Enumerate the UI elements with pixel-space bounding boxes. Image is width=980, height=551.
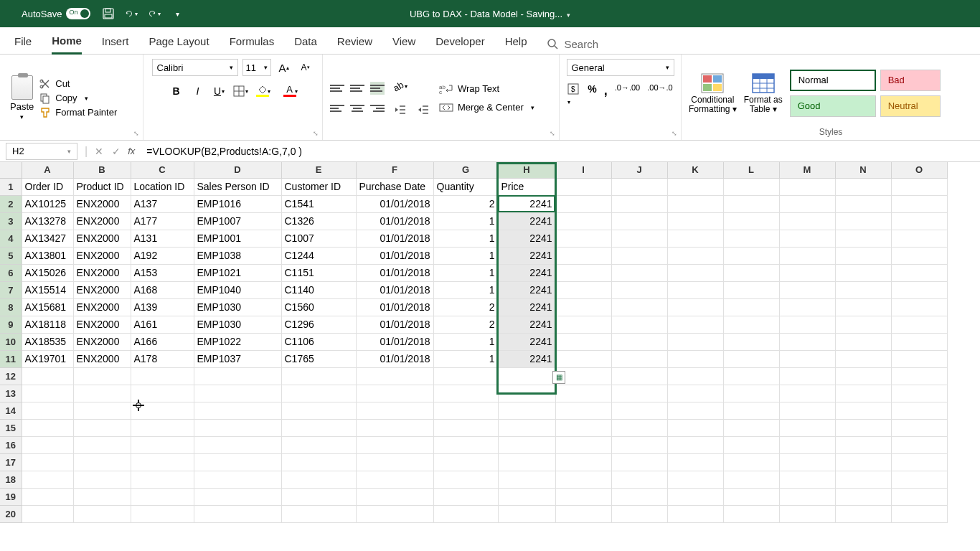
- cell[interactable]: [131, 436, 194, 453]
- cell[interactable]: [667, 419, 723, 436]
- cell[interactable]: EMP1016: [194, 195, 281, 212]
- cell[interactable]: 01/01/2018: [356, 350, 433, 367]
- cell[interactable]: [498, 471, 555, 488]
- cell[interactable]: [498, 419, 555, 436]
- cell[interactable]: C1560: [281, 298, 356, 316]
- cell[interactable]: ENX2000: [73, 298, 131, 316]
- cell[interactable]: [555, 281, 611, 298]
- cell[interactable]: [611, 419, 667, 436]
- cell[interactable]: [891, 385, 947, 402]
- cell[interactable]: [835, 402, 891, 419]
- cell[interactable]: [611, 298, 667, 316]
- cell[interactable]: [555, 212, 611, 230]
- cell[interactable]: [356, 436, 433, 453]
- cell[interactable]: [73, 453, 131, 471]
- column-header[interactable]: A: [22, 162, 73, 178]
- row-header[interactable]: 5: [0, 247, 22, 264]
- cell[interactable]: [835, 316, 891, 333]
- cell[interactable]: [73, 402, 131, 419]
- cell[interactable]: Product ID: [73, 178, 131, 195]
- cell[interactable]: [611, 350, 667, 367]
- tab-file[interactable]: File: [14, 35, 32, 53]
- row-header[interactable]: 12: [0, 367, 22, 385]
- cell[interactable]: C1326: [281, 212, 356, 230]
- style-bad[interactable]: Bad: [880, 70, 941, 91]
- number-format-select[interactable]: General▾: [567, 59, 674, 76]
- cell[interactable]: [131, 402, 194, 419]
- search-box[interactable]: Search: [547, 38, 599, 50]
- tab-review[interactable]: Review: [337, 35, 372, 53]
- cell[interactable]: AX18535: [22, 333, 73, 350]
- cell[interactable]: [281, 505, 356, 522]
- cell[interactable]: [667, 333, 723, 350]
- cell[interactable]: AX10125: [22, 195, 73, 212]
- cell[interactable]: [779, 178, 835, 195]
- cell[interactable]: AX15026: [22, 264, 73, 281]
- cell[interactable]: [723, 419, 779, 436]
- cell[interactable]: EMP1021: [194, 264, 281, 281]
- cell[interactable]: EMP1007: [194, 212, 281, 230]
- cell[interactable]: [835, 333, 891, 350]
- cell[interactable]: AX18118: [22, 316, 73, 333]
- cell[interactable]: ENX2000: [73, 264, 131, 281]
- cell[interactable]: [131, 385, 194, 402]
- row-header[interactable]: 13: [0, 385, 22, 402]
- column-header[interactable]: N: [835, 162, 891, 178]
- cell[interactable]: [73, 367, 131, 385]
- cell[interactable]: [555, 350, 611, 367]
- cell[interactable]: [891, 333, 947, 350]
- dialog-launcher-icon[interactable]: ⤡: [133, 130, 140, 137]
- dialog-launcher-icon[interactable]: ⤡: [312, 130, 319, 137]
- row-header[interactable]: 11: [0, 350, 22, 367]
- cell[interactable]: C1007: [281, 230, 356, 247]
- cell[interactable]: [779, 195, 835, 212]
- cell[interactable]: [194, 453, 281, 471]
- cell[interactable]: AX13427: [22, 230, 73, 247]
- cell[interactable]: [131, 488, 194, 505]
- format-as-table-button[interactable]: Format asTable ▾: [744, 72, 783, 114]
- cell[interactable]: [779, 247, 835, 264]
- cell[interactable]: [555, 230, 611, 247]
- cell[interactable]: AX15514: [22, 281, 73, 298]
- fill-color-button[interactable]: ▾: [254, 83, 271, 99]
- cell[interactable]: [194, 488, 281, 505]
- cell[interactable]: A161: [131, 316, 194, 333]
- bold-button[interactable]: B: [168, 83, 185, 99]
- cell[interactable]: [611, 247, 667, 264]
- borders-button[interactable]: ▾: [232, 83, 250, 99]
- align-middle-button[interactable]: [350, 82, 364, 95]
- cell[interactable]: [779, 333, 835, 350]
- cell[interactable]: [611, 385, 667, 402]
- cell[interactable]: [779, 264, 835, 281]
- cell[interactable]: [611, 402, 667, 419]
- copy-button[interactable]: Copy▾: [39, 93, 117, 104]
- cell[interactable]: [723, 453, 779, 471]
- cell[interactable]: C1296: [281, 316, 356, 333]
- cell[interactable]: 2: [433, 298, 498, 316]
- cell[interactable]: [555, 402, 611, 419]
- cell[interactable]: [194, 385, 281, 402]
- cell[interactable]: [281, 471, 356, 488]
- cell[interactable]: 2241: [498, 333, 555, 350]
- formula-input[interactable]: =VLOOKUP(B2,Products!A:G,7,0 ): [142, 146, 980, 157]
- cell[interactable]: [891, 264, 947, 281]
- cell[interactable]: [498, 505, 555, 522]
- cell[interactable]: [555, 471, 611, 488]
- cell[interactable]: [611, 195, 667, 212]
- cell[interactable]: [723, 505, 779, 522]
- cell[interactable]: [433, 453, 498, 471]
- cell[interactable]: [891, 281, 947, 298]
- cell[interactable]: [835, 195, 891, 212]
- style-good[interactable]: Good: [790, 95, 876, 117]
- font-size-select[interactable]: 11▾: [242, 59, 271, 76]
- cell[interactable]: [667, 385, 723, 402]
- cell[interactable]: [555, 298, 611, 316]
- cell[interactable]: [779, 419, 835, 436]
- cell[interactable]: A168: [131, 281, 194, 298]
- cell[interactable]: [194, 505, 281, 522]
- column-header[interactable]: L: [723, 162, 779, 178]
- cell[interactable]: ENX2000: [73, 212, 131, 230]
- cell[interactable]: 2241: [498, 230, 555, 247]
- decrease-indent-button[interactable]: [392, 102, 409, 118]
- undo-icon[interactable]: ▾: [125, 7, 138, 20]
